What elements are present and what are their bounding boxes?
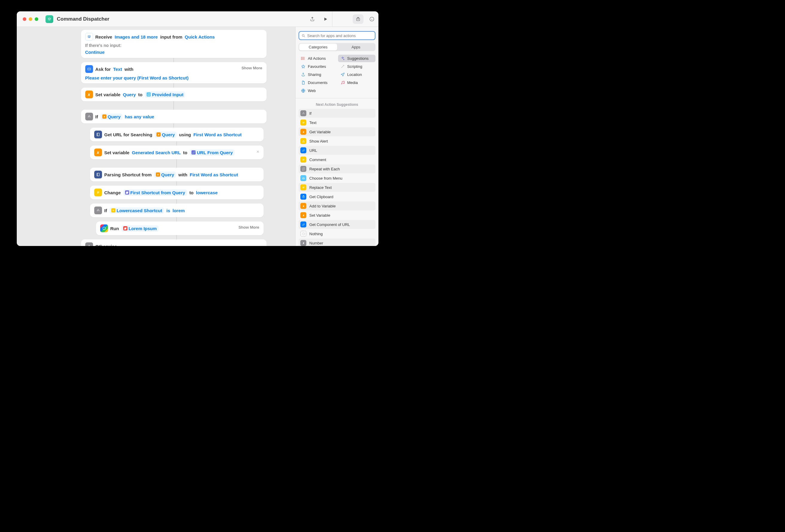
- category-sharing[interactable]: Sharing: [299, 71, 336, 78]
- action-ask[interactable]: Show More Ask for Text with Please enter…: [81, 62, 267, 83]
- maximize-button[interactable]: [35, 17, 38, 21]
- segment-categories[interactable]: Categories: [299, 44, 337, 51]
- suggestion-choose-from-menu[interactable]: Choose from Menu: [299, 174, 376, 183]
- action-receive[interactable]: Receive Images and 18 more input from Qu…: [81, 30, 267, 58]
- if-variable-query[interactable]: x Query: [101, 113, 122, 120]
- variable-icon: x: [156, 172, 160, 177]
- action-set-variable-url[interactable]: × x Set variable Generated Search URL to…: [90, 145, 263, 159]
- suggestion-replace-text[interactable]: Replace Text: [299, 183, 376, 192]
- action-parse-shortcut[interactable]: Parsing Shortcut from x Query with First…: [90, 168, 263, 181]
- category-all-actions[interactable]: All Actions: [299, 55, 336, 62]
- close-button[interactable]: [23, 17, 26, 21]
- remove-action-button[interactable]: ×: [256, 149, 259, 155]
- change-variable[interactable]: ▦ First Shortcut from Query: [123, 189, 187, 196]
- segment-apps[interactable]: Apps: [337, 44, 375, 51]
- suggestion-url[interactable]: URL: [299, 146, 376, 155]
- music-icon: [340, 80, 345, 85]
- suggestion-comment[interactable]: Comment: [299, 155, 376, 164]
- category-web[interactable]: Web: [299, 87, 336, 95]
- shortcut-icon: ▣: [123, 226, 127, 231]
- info-button[interactable]: [365, 11, 378, 27]
- suggestion-get-component-of-url[interactable]: Get Component of URL: [299, 220, 376, 229]
- svg-point-20: [301, 57, 302, 57]
- if2-variable[interactable]: ≡ Lowercased Shortcut: [109, 207, 164, 214]
- category-favourites[interactable]: Favourites: [299, 63, 336, 70]
- run-shortcut-name[interactable]: ▣ Lorem Ipsum: [122, 225, 158, 232]
- no-input-action[interactable]: Continue: [85, 50, 105, 55]
- suggestion-icon: [300, 157, 306, 163]
- suggestion-icon: x: [300, 203, 306, 209]
- category-media[interactable]: Media: [338, 79, 376, 86]
- suggestion-add-to-variable[interactable]: xAdd to Variable: [299, 202, 376, 210]
- variable-value-provided-input[interactable]: ▢ Provided Input: [145, 91, 185, 98]
- action-get-url[interactable]: Get URL for Searching x Query using Firs…: [90, 128, 263, 141]
- app-icon: [46, 15, 53, 23]
- variable-name-url[interactable]: Generated Search URL: [132, 150, 181, 155]
- receive-types[interactable]: Images and 18 more: [115, 34, 158, 39]
- variable-icon: x: [102, 114, 106, 119]
- star-icon: [301, 64, 305, 69]
- suggestion-icon: [300, 184, 306, 190]
- if-condition[interactable]: has any value: [125, 114, 154, 119]
- category-documents[interactable]: Documents: [299, 79, 336, 86]
- search-input[interactable]: [307, 33, 373, 38]
- svg-rect-14: [103, 227, 105, 230]
- if2-condition[interactable]: is: [166, 208, 170, 213]
- geturl-variable[interactable]: x Query: [155, 132, 177, 138]
- show-more-button[interactable]: Show More: [238, 225, 259, 230]
- category-scripting[interactable]: Scripting: [338, 63, 376, 70]
- geturl-dict[interactable]: First Word as Shortcut: [193, 132, 242, 137]
- minimize-button[interactable]: [29, 17, 32, 21]
- library-segment[interactable]: Categories Apps: [299, 43, 376, 51]
- action-run-shortcut[interactable]: Show More Run ▣ Lorem Ipsum: [96, 221, 263, 235]
- search-field[interactable]: [299, 31, 376, 40]
- suggestion-set-variable[interactable]: xSet Variable: [299, 211, 376, 220]
- action-if-lowercased[interactable]: If ≡ Lowercased Shortcut is lorem: [90, 204, 263, 217]
- dict-result-icon: ▦: [125, 190, 129, 194]
- suggestion-icon: [300, 221, 306, 228]
- suggestion-get-variable[interactable]: xGet Variable: [299, 127, 376, 136]
- variable-value-url-from-query[interactable]: 🔗 URL From Query: [190, 150, 234, 156]
- if-icon: [85, 113, 93, 121]
- ask-prompt[interactable]: Please enter your query (First Word as S…: [85, 75, 189, 80]
- receive-icon: [85, 33, 93, 41]
- svg-text:#: #: [303, 242, 304, 244]
- parse-dict[interactable]: First Word as Shortcut: [190, 172, 238, 177]
- svg-marker-23: [302, 65, 305, 68]
- svg-line-16: [304, 36, 305, 37]
- share-button[interactable]: [306, 11, 319, 27]
- suggestion-text[interactable]: Text: [299, 118, 376, 127]
- run-button[interactable]: [319, 11, 332, 27]
- if2-value[interactable]: lorem: [173, 208, 185, 213]
- action-set-variable-query[interactable]: x Set variable Query to ▢ Provided Input: [81, 87, 267, 101]
- svg-point-15: [302, 34, 304, 36]
- receive-label: Receive: [96, 34, 112, 39]
- suggestion-if[interactable]: If: [299, 109, 376, 118]
- suggestion-icon: [300, 138, 306, 144]
- category-grid: All ActionsSuggestionsFavouritesScriptin…: [299, 55, 376, 95]
- traffic-lights: [23, 17, 38, 21]
- location-icon: [340, 72, 345, 77]
- input-icon: ▢: [147, 92, 151, 97]
- suggestion-number[interactable]: #Number: [299, 239, 376, 246]
- show-more-button[interactable]: Show More: [242, 66, 262, 70]
- action-change-case[interactable]: Change ▦ First Shortcut from Query to lo…: [90, 186, 263, 200]
- list-icon: [301, 56, 305, 61]
- action-otherwise[interactable]: Otherwise: [81, 239, 267, 246]
- otherwise-icon: [85, 242, 93, 246]
- category-location[interactable]: Location: [338, 71, 376, 78]
- action-if-query[interactable]: If x Query has any value: [81, 110, 267, 124]
- suggestion-get-clipboard[interactable]: Get Clipboard: [299, 192, 376, 201]
- change-case-value[interactable]: lowercase: [196, 190, 218, 195]
- parse-variable[interactable]: x Query: [154, 171, 176, 178]
- receive-source[interactable]: Quick Actions: [185, 34, 215, 39]
- set-variable-icon: x: [94, 149, 102, 156]
- category-suggestions[interactable]: Suggestions: [338, 55, 376, 62]
- svg-marker-0: [324, 17, 327, 21]
- suggestion-nothing[interactable]: Nothing: [299, 229, 376, 238]
- suggestion-show-alert[interactable]: Show Alert: [299, 137, 376, 145]
- ask-type[interactable]: Text: [113, 66, 122, 72]
- variable-name-query[interactable]: Query: [123, 92, 136, 97]
- suggestion-repeat-with-each[interactable]: Repeat with Each: [299, 164, 376, 174]
- library-toggle[interactable]: [353, 14, 363, 24]
